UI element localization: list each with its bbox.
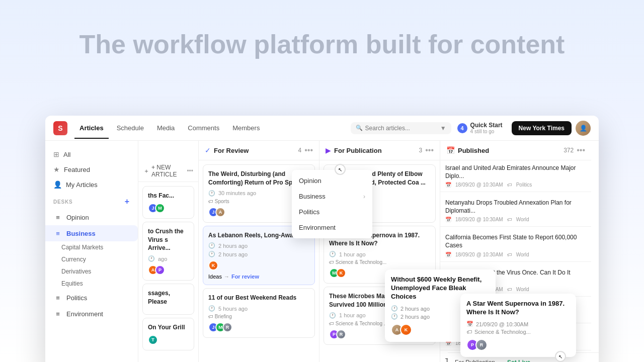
list-item[interactable]: Netanyahu Drops Troubled Annexation Plan… [440, 195, 591, 227]
plus-icon: ＋ [143, 167, 149, 175]
sidebar-sub-currency[interactable]: Currency [45, 253, 138, 265]
published-more[interactable]: ••• [577, 146, 585, 155]
calendar-icon: 📅 [445, 182, 451, 188]
sidebar: ⊞ All ★ Featured 👤 My Articles DESKS + ≡… [45, 141, 138, 362]
politics-desk-icon: ≡ [53, 293, 62, 302]
tag-icon: 🏷 [208, 199, 213, 204]
avatar: K [208, 260, 218, 270]
top-nav: S Articles Schedule Media Comments Membe… [45, 116, 599, 141]
pub-title: Netanyahu Drops Troubled Annexation Plan… [445, 199, 586, 215]
user-avatar[interactable]: 👤 [576, 121, 591, 136]
card-avatars: A P [148, 265, 189, 275]
card-tag: 🏷 Science & Technolog... [329, 259, 430, 265]
set-live-button[interactable]: Set Live [507, 359, 530, 362]
hero-title-dark: The workflow platform [79, 30, 359, 59]
partial-column: Draft ＋ + NEW ARTICLE ••• ths Fac... J M [138, 141, 199, 362]
list-item[interactable]: Israel and United Arab Emirates Announce… [440, 160, 591, 192]
search-bar[interactable]: 🔍 ▼ [351, 122, 451, 134]
dropdown-item-opinion[interactable]: Opinion [292, 173, 372, 189]
card-meta-2: 🕐 2 hours ago [208, 251, 309, 257]
sidebar-all-label: All [63, 151, 70, 158]
calendar-icon: 📅 [466, 321, 473, 327]
list-item[interactable]: ths Fac... J M [142, 186, 194, 219]
list-item[interactable]: California Becomes First State to Report… [440, 230, 591, 261]
card-meta: 🕐 2 hours ago [208, 242, 309, 249]
sidebar-sub-capital-markets[interactable]: Capital Markets [45, 241, 138, 253]
avatar: P [155, 265, 165, 275]
calendar-icon: 📅 [445, 252, 451, 257]
sidebar-featured-label: Featured [64, 166, 90, 173]
environment-desk-icon: ≡ [53, 309, 62, 318]
card-status: Ideas → For review [208, 274, 309, 280]
tab-media[interactable]: Media [152, 121, 180, 135]
hero-title-light: built for content [366, 30, 565, 59]
clock-icon: 🕐 [208, 190, 215, 197]
app-logo: S [53, 121, 67, 135]
sidebar-item-business[interactable]: ≡ Business [45, 225, 138, 241]
list-item[interactable]: to Crush the Virus s Arrive... 🕐 ago A P [142, 222, 194, 281]
dropdown-item-politics[interactable]: Politics [292, 204, 372, 220]
tag-icon: 🏷 [507, 182, 512, 188]
tag-icon: 🏷 [507, 252, 512, 257]
list-item[interactable]: On Your Grill T [142, 318, 194, 350]
more-icon[interactable]: ••• [187, 167, 193, 174]
avatar: M [155, 203, 165, 213]
sidebar-item-politics[interactable]: ≡ Politics [45, 290, 138, 306]
clock-icon: 🕐 [208, 242, 215, 249]
publication-button[interactable]: New York Times [512, 121, 572, 135]
list-item[interactable]: ssages, Please [142, 284, 194, 315]
set-live-arrow-icon: → [498, 359, 504, 362]
for-pub-more[interactable]: ••• [425, 146, 434, 155]
dropdown-item-business[interactable]: Business › [292, 189, 372, 204]
pub-tooltip-date: 📅 21/09/20 @ 10:30AM [466, 321, 570, 327]
tag-icon: 🏷 [507, 287, 512, 292]
set-live-label: For Publication [455, 359, 495, 362]
hero-title: The workflow platform built for content [0, 30, 644, 59]
tab-schedule[interactable]: Schedule [112, 121, 149, 135]
sidebar-sub-derivatives[interactable]: Derivatives [45, 265, 138, 278]
avatar: R [222, 322, 232, 332]
business-desk-icon: ≡ [53, 229, 62, 238]
sidebar-item-all[interactable]: ⊞ All [45, 147, 138, 162]
tab-comments[interactable]: Comments [183, 121, 224, 135]
pub-meta: 📅 18/09/20 @ 10:30AM 🏷 World [445, 252, 586, 257]
search-input[interactable] [365, 125, 437, 132]
pub-tooltip-tag: 🏷 Science & Technolog... [466, 329, 570, 335]
avatar: R [336, 329, 346, 339]
sidebar-item-environment[interactable]: ≡ Environment [45, 306, 138, 322]
dropdown-item-environment[interactable]: Environment [292, 220, 372, 235]
tag-icon: 🏷 [507, 217, 512, 222]
sidebar-sub-equities[interactable]: Equities [45, 278, 138, 290]
add-desk-button[interactable]: + [125, 197, 130, 206]
clock-icon: 🕐 [391, 305, 398, 312]
avatar: K [336, 268, 346, 278]
card-title: ssages, Please [148, 289, 189, 306]
calendar-icon: 📅 [445, 217, 451, 222]
for-review-title: For Review [214, 147, 293, 154]
card-title: ths Fac... [148, 192, 189, 200]
for-review-more[interactable]: ••• [304, 146, 313, 155]
status-arrow-icon: → [224, 274, 229, 280]
for-review-header: ✓ For Review 4 ••• [199, 141, 319, 160]
status-to: For review [231, 274, 259, 280]
filter-icon[interactable]: ▼ [440, 125, 446, 132]
quick-start: 4 Quick Start 4 still to go [457, 122, 503, 134]
card-meta: 🕐 5 hours ago [208, 305, 309, 312]
for-review-count: 4 [298, 147, 302, 154]
card-title: 11 of our Best Weekend Reads [208, 294, 309, 302]
tab-articles[interactable]: Articles [74, 121, 109, 135]
tag-icon: 🏷 [466, 329, 472, 335]
new-article-button[interactable]: ＋ + NEW ARTICLE ••• [138, 160, 198, 182]
tab-members[interactable]: Members [227, 121, 265, 135]
list-item[interactable]: 11 of our Best Weekend Reads 🕐 5 hours a… [203, 288, 315, 338]
app-window: S Articles Schedule Media Comments Membe… [45, 116, 599, 362]
clock-icon-2: 🕐 [208, 251, 215, 257]
sidebar-item-my-articles[interactable]: 👤 My Articles [45, 177, 138, 192]
sidebar-item-opinion[interactable]: ≡ Opinion [45, 209, 138, 225]
quick-start-badge: 4 [457, 123, 467, 133]
tag-icon: 🏷 [329, 259, 334, 265]
quick-start-text: Quick Start 4 still to go [470, 122, 503, 134]
published-header: 📅 Published 372 ••• [440, 141, 591, 160]
pub-meta: 📅 18/09/20 @ 10:30AM 🏷 Politics [445, 182, 586, 188]
sidebar-item-featured[interactable]: ★ Featured [45, 162, 138, 177]
